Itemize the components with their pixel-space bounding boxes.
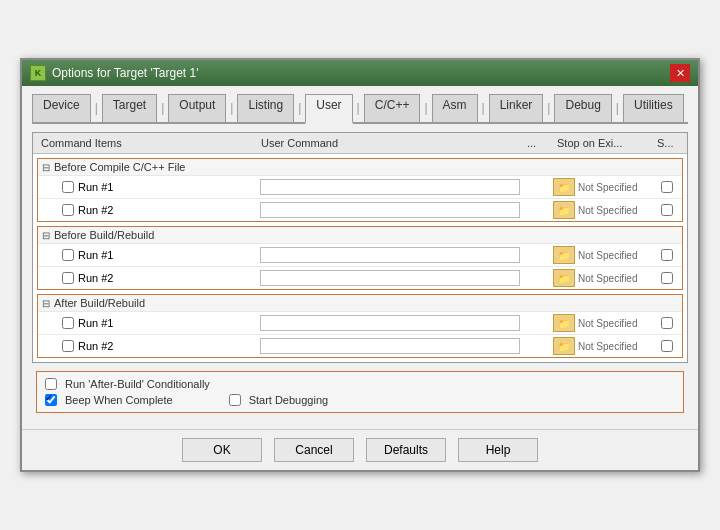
tab-utilities[interactable]: Utilities [623, 94, 684, 122]
run-after-build-label: Run 'After-Build' Conditionally [65, 378, 210, 390]
col-s: S... [653, 135, 683, 151]
before-build-run2-stop-checkbox[interactable] [661, 272, 673, 284]
before-compile-run1-stop-checkbox[interactable] [661, 181, 673, 193]
before-build-run1-label: Run #1 [38, 247, 258, 263]
help-button[interactable]: Help [458, 438, 538, 462]
table-header: Command Items User Command ... Stop on E… [33, 133, 687, 154]
before-build-run2-row: Run #2 📁 Not Specified [38, 266, 682, 289]
before-compile-run1-label: Run #1 [38, 179, 258, 195]
section-before-build-header: ⊟ Before Build/Rebuild [38, 227, 682, 243]
after-build-run1-input[interactable] [260, 315, 520, 331]
before-build-run1-stop-checkbox[interactable] [661, 249, 673, 261]
run-after-build-row: Run 'After-Build' Conditionally [45, 378, 675, 390]
tab-user[interactable]: User [305, 94, 352, 124]
col-stop-on-exit: Stop on Exi... [553, 135, 653, 151]
content-area: Device | Target | Output | Listing | Use… [22, 86, 698, 429]
tab-linker[interactable]: Linker [489, 94, 544, 122]
expand-icon-1: ⊟ [42, 162, 50, 173]
section-before-build-title: ⊟ Before Build/Rebuild [42, 229, 262, 241]
before-compile-run2-input[interactable] [260, 202, 520, 218]
after-build-run1-not-specified: Not Specified [576, 318, 637, 329]
before-build-run1-row: Run #1 📁 Not Specified [38, 243, 682, 266]
tab-debug[interactable]: Debug [554, 94, 611, 122]
after-build-run2-stop-checkbox[interactable] [661, 340, 673, 352]
beep-when-complete-checkbox[interactable] [45, 394, 57, 406]
section-before-build: ⊟ Before Build/Rebuild Run #1 [37, 226, 683, 290]
before-compile-run1-checkbox[interactable] [62, 181, 74, 193]
col-user-command: User Command [257, 135, 523, 151]
before-compile-run1-not-specified: Not Specified [576, 182, 637, 193]
after-build-run2-not-specified: Not Specified [576, 341, 637, 352]
before-compile-run1-folder-btn[interactable]: 📁 [553, 178, 575, 196]
run-after-build-checkbox[interactable] [45, 378, 57, 390]
after-build-run2-checkbox[interactable] [62, 340, 74, 352]
after-build-run2-input[interactable] [260, 338, 520, 354]
sep3: | [228, 94, 235, 122]
before-build-run1-checkbox[interactable] [62, 249, 74, 261]
section-after-build: ⊟ After Build/Rebuild Run #1 [37, 294, 683, 358]
options-area: Run 'After-Build' Conditionally Beep Whe… [36, 371, 684, 413]
before-build-run2-input[interactable] [260, 270, 520, 286]
command-table: Command Items User Command ... Stop on E… [32, 132, 688, 363]
before-compile-run2-not-specified: Not Specified [576, 205, 637, 216]
before-build-run1-folder-btn[interactable]: 📁 [553, 246, 575, 264]
before-compile-run1-row: Run #1 📁 Not Specified [38, 175, 682, 198]
tab-bar: Device | Target | Output | Listing | Use… [32, 94, 688, 124]
sep1: | [93, 94, 100, 122]
section-after-build-title: ⊟ After Build/Rebuild [42, 297, 262, 309]
before-compile-run2-folder-btn[interactable]: 📁 [553, 201, 575, 219]
start-debugging-label: Start Debugging [249, 394, 329, 406]
after-build-run1-folder-btn[interactable]: 📁 [553, 314, 575, 332]
expand-icon-3: ⊟ [42, 298, 50, 309]
before-build-run2-label: Run #2 [38, 270, 258, 286]
before-build-run2-not-specified: Not Specified [576, 273, 637, 284]
sep7: | [480, 94, 487, 122]
defaults-button[interactable]: Defaults [366, 438, 446, 462]
title-bar: K Options for Target 'Target 1' ✕ [22, 60, 698, 86]
app-icon: K [30, 65, 46, 81]
after-build-run2-label: Run #2 [38, 338, 258, 354]
sep2: | [159, 94, 166, 122]
sep4: | [296, 94, 303, 122]
main-window: K Options for Target 'Target 1' ✕ Device… [20, 58, 700, 472]
footer: OK Cancel Defaults Help [22, 429, 698, 470]
tab-asm[interactable]: Asm [432, 94, 478, 122]
window-title: Options for Target 'Target 1' [52, 66, 198, 80]
tab-listing[interactable]: Listing [237, 94, 294, 122]
col-command-items: Command Items [37, 135, 257, 151]
section-after-build-header: ⊟ After Build/Rebuild [38, 295, 682, 311]
beep-when-complete-label: Beep When Complete [65, 394, 173, 406]
start-debugging-checkbox[interactable] [229, 394, 241, 406]
after-build-run1-checkbox[interactable] [62, 317, 74, 329]
tab-target[interactable]: Target [102, 94, 157, 122]
tab-cpp[interactable]: C/C++ [364, 94, 421, 122]
sep9: | [614, 94, 621, 122]
tab-output[interactable]: Output [168, 94, 226, 122]
before-build-run1-input[interactable] [260, 247, 520, 263]
before-compile-run2-stop-checkbox[interactable] [661, 204, 673, 216]
after-build-run1-row: Run #1 📁 Not Specified [38, 311, 682, 334]
after-build-run2-row: Run #2 📁 Not Specified [38, 334, 682, 357]
sep8: | [545, 94, 552, 122]
before-build-run2-checkbox[interactable] [62, 272, 74, 284]
title-bar-left: K Options for Target 'Target 1' [30, 65, 198, 81]
after-build-run1-stop-checkbox[interactable] [661, 317, 673, 329]
before-compile-run2-checkbox[interactable] [62, 204, 74, 216]
expand-icon-2: ⊟ [42, 230, 50, 241]
col-dots: ... [523, 135, 553, 151]
section-before-compile-title: ⊟ Before Compile C/C++ File [42, 161, 262, 173]
section-before-compile-header: ⊟ Before Compile C/C++ File [38, 159, 682, 175]
section-before-compile: ⊟ Before Compile C/C++ File Run #1 [37, 158, 683, 222]
after-build-run2-folder-btn[interactable]: 📁 [553, 337, 575, 355]
sep6: | [422, 94, 429, 122]
sep5: | [355, 94, 362, 122]
before-compile-run1-input[interactable] [260, 179, 520, 195]
tab-device[interactable]: Device [32, 94, 91, 122]
cancel-button[interactable]: Cancel [274, 438, 354, 462]
before-compile-run2-label: Run #2 [38, 202, 258, 218]
close-button[interactable]: ✕ [670, 64, 690, 82]
ok-button[interactable]: OK [182, 438, 262, 462]
before-compile-run2-row: Run #2 📁 Not Specified [38, 198, 682, 221]
before-build-run2-folder-btn[interactable]: 📁 [553, 269, 575, 287]
after-build-run1-label: Run #1 [38, 315, 258, 331]
